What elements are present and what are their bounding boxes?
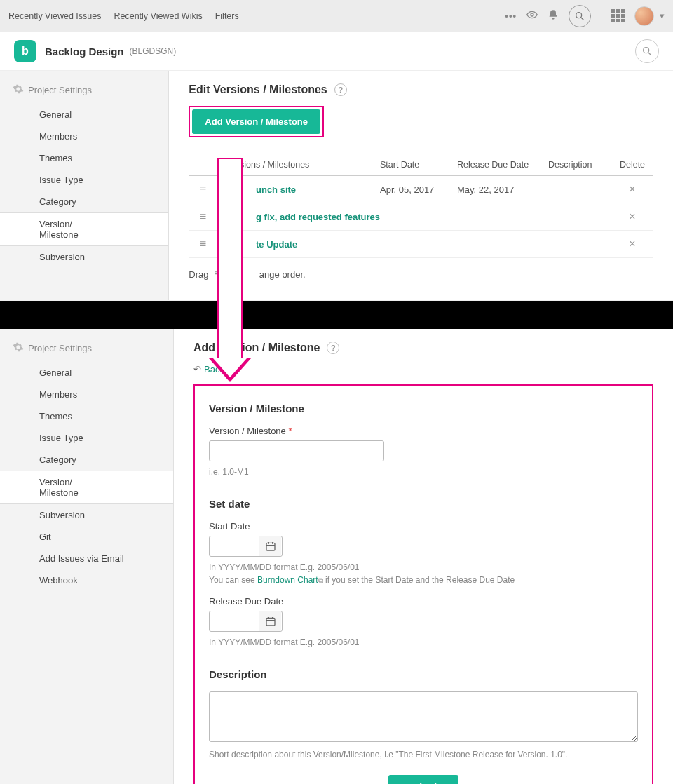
- sidebar-item-category[interactable]: Category: [0, 191, 168, 212]
- add-version-button[interactable]: Add Version / Milestone: [192, 109, 320, 134]
- versions-table: of Versions / Milestones Start Date Rele…: [189, 154, 653, 258]
- sidebar-heading: Project Settings: [0, 81, 168, 104]
- burndown-chart-link[interactable]: Burndown Chart: [257, 575, 318, 585]
- section-set-date: Set date: [209, 498, 638, 510]
- callout-arrow-shaft: [217, 158, 243, 361]
- drag-handle-icon[interactable]: [189, 183, 217, 196]
- calendar-icon[interactable]: [259, 611, 281, 631]
- required-asterisk: *: [288, 426, 292, 436]
- sidebar-item-add-issues-email[interactable]: Add Issues via Email: [0, 548, 173, 569]
- table-header: of Versions / Milestones Start Date Rele…: [189, 154, 653, 176]
- label-due-date: Release Due Date: [209, 596, 638, 607]
- recent-wikis-link[interactable]: Recently Viewed Wikis: [114, 11, 202, 21]
- calendar-icon[interactable]: [259, 536, 281, 556]
- hint-start-date: In YYYY/MM/DD format E.g. 2005/06/01 You…: [209, 561, 638, 586]
- sidebar-heading-label: Project Settings: [28, 85, 92, 95]
- col-desc: Description: [548, 160, 611, 170]
- recent-issues-link[interactable]: Recently Viewed Issues: [8, 11, 101, 21]
- separator-band: [0, 301, 673, 329]
- undo-icon: ↶: [193, 364, 201, 374]
- sidebar-item-members[interactable]: Members: [0, 384, 173, 405]
- table-row: Ver. g fix, add requested features ×: [189, 203, 653, 231]
- svg-rect-9: [266, 618, 275, 626]
- avatar[interactable]: [634, 6, 654, 26]
- drag-handle-icon[interactable]: [189, 238, 217, 250]
- sidebar-item-issue-type[interactable]: Issue Type: [0, 169, 168, 191]
- sidebar-item-subversion[interactable]: Subversion: [0, 246, 168, 268]
- section-description: Description: [209, 668, 638, 680]
- page-title: Add Version / Milestone ?: [193, 342, 653, 354]
- start-date-field[interactable]: [209, 536, 283, 557]
- label-start-date: Start Date: [209, 521, 638, 532]
- page-title-text: Edit Versions / Milestones: [189, 83, 327, 96]
- topbar-right: ••• ▾: [505, 5, 665, 27]
- col-due: Release Due Date: [457, 160, 548, 170]
- hint-due-date: In YYYY/MM/DD format E.g. 2005/06/01: [209, 636, 638, 649]
- col-start: Start Date: [380, 160, 457, 170]
- panel-add-version: Project Settings General Members Themes …: [0, 329, 673, 784]
- help-icon[interactable]: ?: [327, 342, 339, 354]
- sidebar-item-version-milestone[interactable]: Version/ Milestone: [0, 471, 173, 504]
- page-title-text: Add Version / Milestone: [193, 342, 320, 354]
- help-icon[interactable]: ?: [334, 83, 347, 96]
- sidebar: Project Settings General Members Themes …: [0, 329, 174, 784]
- cell-due: May. 22, 2017: [457, 184, 548, 195]
- label-version-milestone: Version / Milestone *: [209, 426, 638, 436]
- project-search-button[interactable]: [635, 39, 659, 63]
- sidebar-heading: Project Settings: [0, 339, 173, 362]
- sidebar-item-themes[interactable]: Themes: [0, 405, 173, 427]
- drag-note-pre: Drag: [189, 269, 208, 280]
- drag-handle-icon[interactable]: [189, 210, 217, 223]
- hint-description: Short description about this Version/Mil…: [209, 748, 638, 761]
- start-date-input[interactable]: [210, 539, 259, 555]
- due-date-field[interactable]: [209, 611, 283, 632]
- sidebar-heading-label: Project Settings: [28, 343, 92, 353]
- page-title: Edit Versions / Milestones ?: [189, 83, 653, 96]
- delete-button[interactable]: ×: [611, 183, 653, 196]
- version-name-input[interactable]: [209, 440, 384, 461]
- submit-button[interactable]: Submit: [388, 775, 458, 784]
- sidebar: Project Settings General Members Themes …: [0, 71, 169, 300]
- sidebar-item-general[interactable]: General: [0, 362, 173, 384]
- sidebar-item-members[interactable]: Members: [0, 126, 168, 147]
- table-row: Ver. unch site Apr. 05, 2017 May. 22, 20…: [189, 176, 653, 203]
- bell-icon[interactable]: [548, 9, 559, 22]
- callout-arrow-head-inner: [213, 358, 247, 377]
- section-version-milestone: Version / Milestone: [209, 403, 638, 414]
- sidebar-item-subversion[interactable]: Subversion: [0, 504, 173, 526]
- due-date-input[interactable]: [210, 614, 259, 630]
- apps-icon[interactable]: [611, 9, 625, 22]
- hint-version-name: i.e. 1.0-M1: [209, 466, 638, 478]
- add-button-highlight: Add Version / Milestone: [189, 106, 324, 137]
- form-highlight-box: Version / Milestone Version / Milestone …: [193, 384, 653, 784]
- sidebar-item-general[interactable]: General: [0, 104, 168, 126]
- sidebar-item-git[interactable]: Git: [0, 526, 173, 548]
- delete-button[interactable]: ×: [611, 210, 653, 223]
- svg-point-3: [644, 48, 649, 53]
- chevron-down-icon[interactable]: ▾: [660, 11, 665, 21]
- external-link-icon: ⧉: [318, 576, 323, 584]
- global-search-button[interactable]: [569, 5, 591, 27]
- col-delete: Delete: [611, 160, 653, 170]
- more-icon[interactable]: •••: [505, 11, 517, 21]
- filters-link[interactable]: Filters: [215, 11, 239, 21]
- sidebar-item-webhook[interactable]: Webhook: [0, 569, 173, 591]
- svg-point-1: [576, 12, 582, 18]
- delete-button[interactable]: ×: [611, 238, 653, 250]
- watch-icon[interactable]: [526, 9, 538, 22]
- global-topbar: Recently Viewed Issues Recently Viewed W…: [0, 0, 673, 32]
- cell-start: Apr. 05, 2017: [380, 184, 457, 195]
- gear-icon: [13, 342, 24, 355]
- sidebar-item-category[interactable]: Category: [0, 449, 173, 471]
- panel-edit-versions: Project Settings General Members Themes …: [0, 71, 673, 301]
- project-name: Backlog Design: [45, 46, 124, 58]
- sidebar-item-version-milestone[interactable]: Version/ Milestone: [0, 212, 168, 246]
- svg-rect-5: [266, 543, 275, 550]
- sidebar-item-themes[interactable]: Themes: [0, 147, 168, 169]
- project-key: (BLGDSGN): [130, 46, 177, 56]
- svg-line-2: [581, 17, 584, 20]
- main-add-version: Add Version / Milestone ? ↶ Back Version…: [174, 329, 673, 784]
- description-textarea[interactable]: [209, 691, 638, 742]
- table-row: Ver. te Update ×: [189, 231, 653, 258]
- sidebar-item-issue-type[interactable]: Issue Type: [0, 427, 173, 449]
